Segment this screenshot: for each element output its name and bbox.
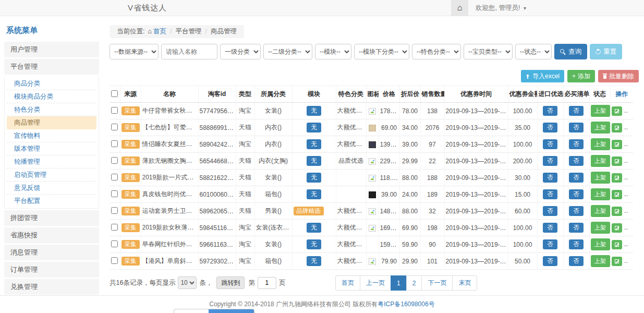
- per-page-select[interactable]: 10: [178, 276, 197, 289]
- status-toggle[interactable]: 上架: [591, 122, 610, 134]
- sidebar-group[interactable]: 用户管理: [4, 42, 99, 57]
- sidebar-group[interactable]: 订单管理: [4, 262, 99, 278]
- jump-button[interactable]: 跳转到: [216, 276, 245, 289]
- status-toggle[interactable]: 上架: [591, 188, 610, 200]
- edit-button[interactable]: [612, 223, 622, 233]
- page-button[interactable]: 下一页: [421, 275, 453, 291]
- import-select-toggle[interactable]: 否: [543, 239, 557, 250]
- status-toggle[interactable]: 上架: [591, 205, 610, 217]
- page-number-input[interactable]: [258, 277, 276, 289]
- row-checkbox[interactable]: [111, 240, 118, 247]
- import-excel-button[interactable]: 导入excel: [521, 70, 564, 82]
- must-buy-toggle[interactable]: 否: [569, 189, 584, 200]
- filter-select[interactable]: --模块--: [315, 44, 351, 59]
- row-checkbox[interactable]: [111, 157, 118, 164]
- filter-select[interactable]: --特色分类--: [412, 44, 461, 59]
- edit-button[interactable]: [612, 140, 622, 149]
- select-all-checkbox[interactable]: [111, 90, 118, 97]
- must-buy-toggle[interactable]: 否: [569, 173, 584, 183]
- edit-button[interactable]: [612, 123, 622, 133]
- bulk-delete-button[interactable]: 批量删除: [598, 70, 639, 82]
- must-buy-toggle[interactable]: 否: [569, 239, 584, 250]
- sidebar-item-active[interactable]: 商品管理: [7, 116, 96, 129]
- sidebar-item[interactable]: 宣传物料: [7, 129, 96, 142]
- row-checkbox[interactable]: [111, 224, 118, 231]
- breadcrumb-home-link[interactable]: 首页: [153, 28, 166, 35]
- edit-button[interactable]: [612, 190, 622, 199]
- reset-button[interactable]: 重置: [590, 44, 622, 59]
- sidebar-group[interactable]: 拼团管理: [4, 210, 99, 226]
- name-search-input[interactable]: [161, 44, 217, 59]
- sales-cell: 97: [420, 136, 444, 153]
- row-checkbox[interactable]: [111, 124, 118, 130]
- row-checkbox[interactable]: [111, 207, 118, 214]
- search-button[interactable]: 查询: [554, 44, 587, 59]
- import-select-toggle[interactable]: 否: [543, 139, 557, 150]
- import-select-toggle[interactable]: 否: [543, 123, 557, 133]
- edit-button[interactable]: [612, 257, 622, 266]
- import-select-toggle[interactable]: 否: [543, 223, 557, 233]
- sidebar-group[interactable]: 消息管理: [4, 245, 99, 260]
- icp-link[interactable]: 粤ICP备16098006号: [378, 300, 434, 309]
- status-toggle[interactable]: 上架: [591, 222, 610, 234]
- import-select-toggle[interactable]: 否: [543, 206, 557, 216]
- must-buy-toggle[interactable]: 否: [569, 256, 584, 267]
- page-button[interactable]: 首页: [335, 275, 360, 291]
- must-buy-toggle[interactable]: 否: [569, 206, 584, 216]
- row-checkbox[interactable]: [111, 107, 118, 114]
- status-toggle[interactable]: 上架: [591, 255, 610, 267]
- status-toggle[interactable]: 上架: [591, 155, 610, 167]
- must-buy-toggle[interactable]: 否: [569, 223, 584, 233]
- column-header: 优惠券金额: [508, 86, 537, 103]
- import-select-toggle[interactable]: 否: [543, 189, 557, 200]
- filter-select[interactable]: --模块下分类--: [354, 44, 409, 59]
- filter-select[interactable]: 一级分类: [220, 44, 261, 59]
- sidebar-item[interactable]: 平台配置: [7, 195, 96, 207]
- page-button[interactable]: 上一页: [360, 275, 391, 291]
- page-button[interactable]: 末页: [452, 275, 477, 291]
- import-select-toggle[interactable]: 否: [543, 106, 557, 116]
- sidebar-item[interactable]: 商品分类: [7, 77, 96, 90]
- name-cell: 真皮钱包时尚优雅女士...: [141, 186, 198, 203]
- sidebar-item[interactable]: 启动页管理: [7, 168, 96, 182]
- sidebar-group[interactable]: 平台管理: [4, 59, 99, 75]
- coupon-amount-cell: 200.00: [508, 153, 537, 170]
- sidebar-group[interactable]: 兑换管理: [4, 279, 99, 295]
- sidebar-item[interactable]: 轮播管理: [7, 155, 96, 168]
- row-checkbox[interactable]: [111, 190, 118, 197]
- import-select-toggle[interactable]: 否: [543, 256, 557, 267]
- user-menu[interactable]: 欢迎您, 管理员! ▾: [476, 4, 526, 13]
- edit-button[interactable]: [612, 156, 622, 166]
- row-checkbox[interactable]: [111, 174, 118, 180]
- status-toggle[interactable]: 上架: [591, 138, 610, 150]
- edit-button[interactable]: [612, 240, 622, 249]
- must-buy-toggle[interactable]: 否: [569, 106, 584, 116]
- filter-select[interactable]: --数据来源--: [110, 44, 159, 59]
- must-buy-toggle[interactable]: 否: [569, 139, 584, 150]
- home-button[interactable]: ⌂: [451, 0, 468, 16]
- filter-select[interactable]: --二级分类--: [263, 44, 312, 59]
- filter-select[interactable]: --宝贝类型--: [464, 44, 513, 59]
- must-buy-toggle[interactable]: 否: [569, 123, 584, 133]
- add-button[interactable]: +添加: [567, 70, 595, 82]
- edit-button[interactable]: [612, 207, 622, 216]
- sidebar-item[interactable]: 特色分类: [7, 103, 96, 116]
- sidebar-item[interactable]: 意见反馈: [7, 182, 96, 195]
- edit-button[interactable]: [612, 106, 622, 116]
- status-toggle[interactable]: 上架: [591, 238, 610, 250]
- page-button[interactable]: 2: [406, 275, 422, 291]
- edit-button[interactable]: [612, 173, 622, 183]
- status-toggle[interactable]: 上架: [591, 172, 610, 184]
- import-select-toggle[interactable]: 否: [543, 173, 557, 183]
- sidebar-item[interactable]: 版本管理: [7, 142, 96, 155]
- import-select-toggle[interactable]: 否: [543, 156, 557, 166]
- row-checkbox[interactable]: [111, 257, 118, 264]
- filter-select[interactable]: --状态--: [515, 44, 552, 59]
- sidebar-group[interactable]: 省惠快报: [4, 227, 99, 243]
- sidebar-item[interactable]: 模块商品分类: [7, 90, 96, 103]
- status-toggle[interactable]: 上架: [591, 105, 610, 117]
- page-button[interactable]: 1: [391, 275, 407, 291]
- import-select-cell: 否: [537, 136, 563, 153]
- row-checkbox[interactable]: [111, 140, 118, 147]
- must-buy-toggle[interactable]: 否: [569, 156, 584, 166]
